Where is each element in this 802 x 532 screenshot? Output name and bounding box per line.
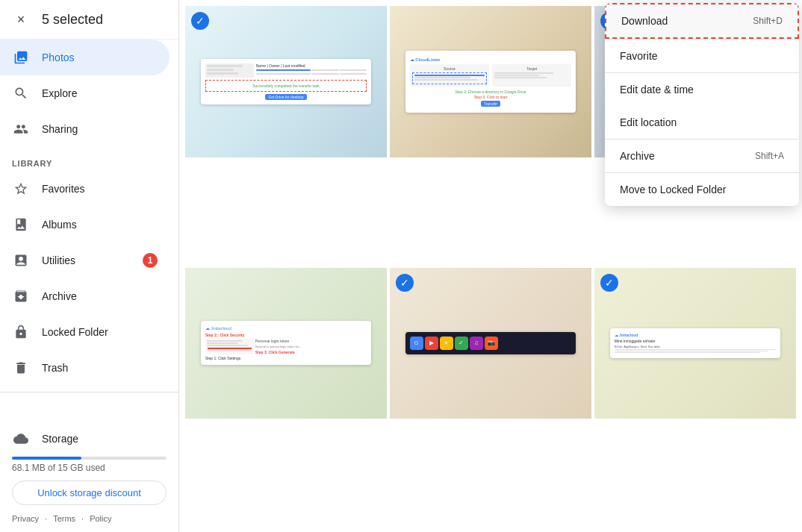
context-menu: Download Shift+D Favorite Edit date & ti… [605, 3, 799, 206]
storage-label: Storage [42, 433, 78, 445]
favorite-label: Favorite [620, 50, 658, 62]
sidebar: × 5 selected Photos Explore Sharing LIBR… [0, 0, 179, 532]
sidebar-item-archive[interactable]: Archive [0, 278, 170, 314]
utilities-icon [12, 251, 30, 269]
archive-label: Archive [620, 150, 655, 162]
close-icon[interactable]: × [12, 10, 30, 28]
footer-links: Privacy · Terms · Policy [12, 514, 167, 532]
privacy-link[interactable]: Privacy [12, 514, 39, 523]
sharing-icon [12, 120, 30, 138]
albums-label: Albums [42, 219, 158, 231]
sidebar-item-locked-folder[interactable]: Locked Folder [0, 314, 170, 350]
main-content: Name | Owner | Last modified [179, 0, 802, 532]
unlock-storage-button[interactable]: Unlock storage discount [12, 481, 167, 505]
context-menu-archive[interactable]: Archive Shift+A [605, 140, 799, 172]
explore-icon [12, 84, 30, 102]
storage-item[interactable]: Storage [12, 424, 167, 454]
utilities-badge: 1 [143, 253, 158, 268]
photos-label: Photos [42, 51, 158, 63]
sidebar-item-photos[interactable]: Photos [0, 40, 170, 75]
locked-folder-label: Locked Folder [42, 326, 158, 338]
sidebar-item-sharing[interactable]: Sharing [0, 111, 170, 147]
photo-item-6[interactable]: ☁ Jottacloud Mine innloggede enheter Enh… [594, 268, 796, 419]
storage-usage: 68.1 MB of 15 GB used [12, 463, 167, 473]
terms-link[interactable]: Terms [53, 514, 75, 523]
trash-label: Trash [42, 362, 158, 374]
photo-item-4[interactable]: ☁ Jottacloud Step 2:: Click Security [185, 268, 387, 419]
sidebar-item-trash[interactable]: Trash [0, 350, 170, 386]
edit-date-label: Edit date & time [620, 84, 694, 96]
check-circle-1[interactable]: ✓ [191, 12, 209, 30]
archive-label: Archive [42, 290, 158, 302]
storage-bar-fill [12, 457, 81, 460]
context-menu-move-locked[interactable]: Move to Locked Folder [605, 173, 799, 206]
download-shortcut: Shift+D [753, 16, 783, 26]
sidebar-item-explore[interactable]: Explore [0, 75, 170, 111]
sharing-label: Sharing [42, 123, 158, 135]
sidebar-divider [0, 392, 178, 392]
context-menu-favorite[interactable]: Favorite [605, 40, 799, 72]
sidebar-item-favorites[interactable]: Favorites [0, 171, 170, 207]
photo-item-2[interactable]: ☁ CloudLister Source Target [390, 6, 591, 157]
favorites-label: Favorites [42, 183, 158, 195]
sidebar-header: × 5 selected [0, 0, 178, 40]
selected-count: 5 selected [42, 12, 103, 28]
move-locked-label: Move to Locked Folder [620, 184, 726, 195]
locked-folder-icon [12, 323, 30, 341]
library-section-label: LIBRARY [0, 147, 178, 171]
archive-shortcut: Shift+A [755, 151, 784, 161]
explore-label: Explore [42, 87, 158, 99]
download-label: Download [621, 15, 668, 27]
trash-icon [12, 359, 30, 377]
check-circle-6[interactable]: ✓ [600, 274, 618, 292]
context-menu-download[interactable]: Download Shift+D [605, 3, 799, 39]
storage-bar [12, 457, 167, 460]
sidebar-item-albums[interactable]: Albums [0, 207, 170, 242]
context-menu-edit-date[interactable]: Edit date & time [605, 73, 799, 106]
sidebar-item-utilities[interactable]: Utilities 1 [0, 242, 170, 278]
photos-icon [12, 48, 30, 66]
photo-item-1[interactable]: Name | Owner | Last modified [185, 6, 387, 157]
check-circle-5[interactable]: ✓ [396, 274, 414, 292]
policy-link[interactable]: Policy [90, 514, 111, 523]
utilities-label: Utilities [42, 254, 131, 266]
context-menu-edit-location[interactable]: Edit location [605, 106, 799, 139]
storage-icon [12, 430, 30, 448]
photo-item-5[interactable]: G ▶ ★ ✓ ♫ 📷 ✓ [390, 268, 591, 419]
favorites-icon [12, 180, 30, 198]
albums-icon [12, 216, 30, 234]
archive-icon [12, 287, 30, 305]
edit-location-label: Edit location [620, 116, 677, 128]
sidebar-footer: Storage 68.1 MB of 15 GB used Unlock sto… [0, 418, 178, 532]
